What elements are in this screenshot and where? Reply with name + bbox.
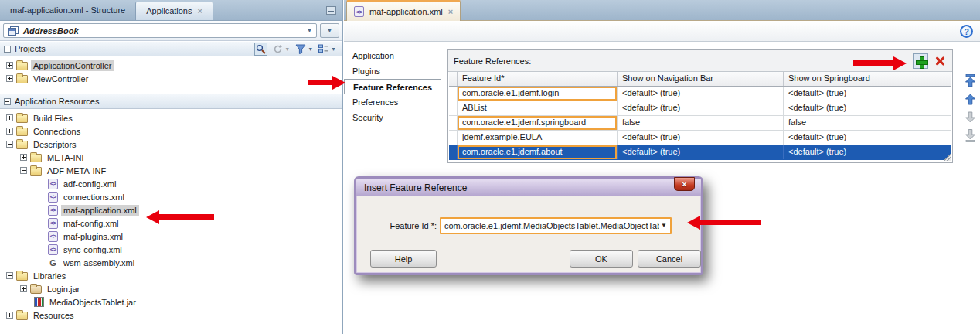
feature-id-cell[interactable]: jdemf.example.EULA <box>458 131 618 145</box>
tree-item-resources[interactable]: Resources <box>0 308 342 322</box>
collapse-icon[interactable] <box>4 98 11 105</box>
expand-icon[interactable] <box>20 285 27 292</box>
close-icon[interactable]: × <box>198 7 202 15</box>
nav-item-application[interactable]: Application <box>344 48 441 63</box>
nav-bar-cell[interactable]: <default> (true) <box>618 87 784 101</box>
springboard-cell[interactable]: <default> (true) <box>784 87 951 101</box>
collapse-icon[interactable] <box>6 141 13 148</box>
tree-item-sync-config-xml[interactable]: sync-config.xml <box>0 243 342 256</box>
springboard-cell[interactable]: <default> (true) <box>784 101 951 115</box>
panel-menu-button[interactable]: ▼ <box>320 23 339 38</box>
feature-id-dropdown[interactable]: com.oracle.e1.jdemf.MediaObjectsTablet.M… <box>440 217 672 234</box>
tree-item-connections-xml[interactable]: connections.xml <box>0 190 342 203</box>
move-to-bottom-button[interactable] <box>965 129 976 142</box>
collapse-icon[interactable] <box>6 272 13 279</box>
table-row[interactable]: com.oracle.e1.jdemf.springboard false fa… <box>449 116 951 131</box>
projects-header[interactable]: Projects ▼ ▼ ▼ <box>0 41 342 56</box>
view-options-icon[interactable]: ▼ <box>318 44 336 53</box>
tab-structure[interactable]: maf-application.xml - Structure <box>0 0 135 20</box>
table-row[interactable]: jdemf.example.EULA <default> (true) <def… <box>449 131 951 145</box>
minimize-panel-icon[interactable] <box>326 6 336 15</box>
feature-id-cell[interactable]: com.oracle.e1.jdemf.springboard <box>458 116 618 130</box>
table-row[interactable]: com.oracle.e1.jdemf.login <default> (tru… <box>449 87 951 101</box>
application-select[interactable]: AddressBook ▼ <box>3 23 317 38</box>
refresh-icon[interactable]: ▼ <box>273 44 290 54</box>
row-selector <box>449 101 458 115</box>
nav-bar-cell[interactable]: <default> (true) <box>618 131 784 145</box>
cancel-button[interactable]: Cancel <box>638 250 701 268</box>
tree-item-login-jar[interactable]: Login.jar <box>0 282 342 295</box>
column-feature-id[interactable]: Feature Id* <box>458 72 618 86</box>
move-to-top-button[interactable] <box>965 74 976 87</box>
close-icon[interactable]: × <box>448 8 453 16</box>
help-icon[interactable]: ? <box>960 25 973 38</box>
xml-file-icon <box>48 244 58 255</box>
folder-icon <box>30 154 42 162</box>
callout-arrow-add-button <box>853 60 893 66</box>
row-selector-header <box>449 72 458 86</box>
tab-applications[interactable]: Applications × <box>135 2 213 20</box>
tree-item-adf-config[interactable]: adf-config.xml <box>0 177 342 190</box>
tree-item-descriptors[interactable]: Descriptors <box>0 138 342 151</box>
tree-item-wsm-assembly-xml[interactable]: wsm-assembly.xml <box>0 256 342 269</box>
tree-item-label: maf-plugins.xml <box>61 231 125 242</box>
expand-icon[interactable] <box>6 75 13 82</box>
folder-icon <box>16 141 28 149</box>
table-row-selected[interactable]: com.oracle.e1.jdemf.about <default> (tru… <box>449 145 951 160</box>
tree-item-build-files[interactable]: Build Files <box>0 111 342 124</box>
tree-item-connections[interactable]: Connections <box>0 124 342 138</box>
expand-icon[interactable] <box>6 114 13 121</box>
column-show-on-navigation-bar[interactable]: Show on Navigation Bar <box>618 72 784 86</box>
expand-icon[interactable] <box>20 154 27 161</box>
tree-item-adf-meta-inf[interactable]: ADF META-INF <box>0 164 342 177</box>
ok-button[interactable]: OK <box>570 250 633 268</box>
application-resources-header[interactable]: Application Resources <box>0 94 342 109</box>
xml-file-icon <box>48 179 58 189</box>
callout-arrow-feature-id-dropdown <box>700 220 761 225</box>
feature-references-title: Feature References: <box>454 56 531 66</box>
jdeveloper-window: maf-application.xml - Structure Applicat… <box>0 0 980 334</box>
add-feature-button[interactable] <box>913 53 928 69</box>
move-up-button[interactable] <box>965 94 976 105</box>
springboard-cell[interactable]: <default> (true) <box>784 131 951 145</box>
library-icon <box>34 297 44 307</box>
collapse-icon[interactable] <box>20 167 27 174</box>
tree-item-label: Resources <box>31 310 77 321</box>
nav-bar-cell[interactable]: <default> (true) <box>618 145 784 159</box>
chevron-down-icon: ▼ <box>284 46 290 52</box>
tree-item-meta-inf[interactable]: META-INF <box>0 151 342 164</box>
expand-icon[interactable] <box>6 128 13 135</box>
table-resize-grip[interactable] <box>942 152 951 161</box>
feature-id-cell[interactable]: com.oracle.e1.jdemf.about <box>458 145 618 159</box>
dialog-close-button[interactable]: × <box>674 177 695 191</box>
move-down-button[interactable] <box>965 111 976 123</box>
dialog-title-bar[interactable]: Insert Feature Reference <box>356 179 701 196</box>
delete-feature-button[interactable] <box>933 54 947 68</box>
springboard-cell[interactable]: <default> (true) <box>784 145 951 159</box>
springboard-cell[interactable]: false <box>784 116 951 130</box>
editor-tab-maf-application[interactable]: maf-application.xml × <box>346 0 461 21</box>
search-icon[interactable] <box>254 43 267 56</box>
insert-feature-reference-dialog: Insert Feature Reference × Feature Id *:… <box>354 176 703 275</box>
column-show-on-springboard[interactable]: Show on Springboard <box>784 72 951 86</box>
expand-icon[interactable] <box>6 62 13 69</box>
expand-icon[interactable] <box>6 312 13 319</box>
nav-bar-cell[interactable]: false <box>618 116 784 130</box>
filter-icon[interactable]: ▼ <box>295 44 313 54</box>
nav-item-security[interactable]: Security <box>344 110 441 125</box>
collapse-icon[interactable] <box>4 46 11 53</box>
tree-item-viewcontroller[interactable]: ViewController <box>0 72 342 85</box>
nav-item-plugins[interactable]: Plugins <box>344 63 441 79</box>
feature-id-cell[interactable]: ABList <box>458 101 618 115</box>
tree-item-libraries[interactable]: Libraries <box>0 269 342 282</box>
tree-item-mediaobjectstablet-jar[interactable]: MediaObjectsTablet.jar <box>0 295 342 308</box>
table-row[interactable]: ABList <default> (true) <default> (true) <box>449 101 951 116</box>
nav-item-feature-references[interactable]: Feature References <box>344 79 441 94</box>
feature-id-cell[interactable]: com.oracle.e1.jdemf.login <box>458 87 618 101</box>
help-button[interactable]: Help <box>370 250 437 268</box>
nav-item-preferences[interactable]: Preferences <box>344 94 441 110</box>
tree-item-maf-plugins-xml[interactable]: maf-plugins.xml <box>0 230 342 243</box>
nav-bar-cell[interactable]: <default> (true) <box>618 101 784 115</box>
folder-icon <box>30 167 42 176</box>
tree-item-applicationcontroller[interactable]: ApplicationController <box>0 59 342 72</box>
